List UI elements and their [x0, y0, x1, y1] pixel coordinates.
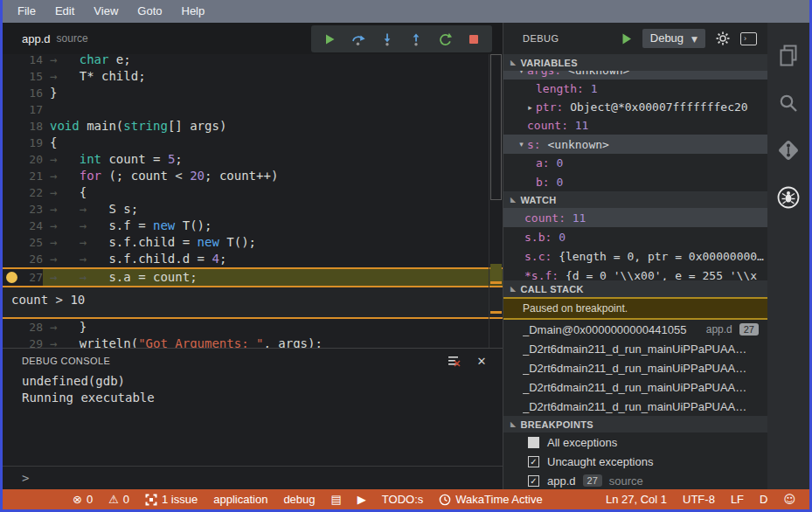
code-line-21[interactable]: 21→ for (; count < 20; count++): [3, 168, 503, 184]
variable-row-s[interactable]: ▾s: <unknown>: [503, 135, 767, 154]
close-console-button[interactable]: ✕: [473, 353, 490, 369]
breakpoint-margin[interactable]: [3, 68, 20, 85]
code-line-24[interactable]: 24→ → s.f = new T();: [3, 218, 503, 234]
breakpoint-margin[interactable]: [3, 201, 20, 218]
variable-row-count[interactable]: count: 11: [503, 116, 767, 135]
variable-row-ptr[interactable]: ▸ptr: Object@*0x00007fffffffec20: [503, 98, 767, 116]
breakpoint-margin[interactable]: [3, 319, 20, 336]
breakpoint-margin[interactable]: [3, 184, 20, 201]
start-debug-button[interactable]: [621, 33, 632, 45]
problems-errors[interactable]: ⊗ 0: [73, 493, 93, 506]
breakpoint-uncaught-exceptions[interactable]: ✓ Uncaught exceptions: [503, 452, 767, 471]
menu-help[interactable]: Help: [172, 0, 215, 23]
cursor-position[interactable]: Ln 27, Col 1: [606, 493, 667, 506]
wakatime-status[interactable]: WakaTime Active: [439, 493, 542, 506]
problems-warnings[interactable]: ⚠ 0: [108, 493, 129, 506]
code-editor[interactable]: 14→ char e;15→ T* child;16}1718void main…: [3, 54, 503, 348]
breakpoint-margin[interactable]: [3, 85, 20, 101]
breakpoint-all-exceptions[interactable]: All exceptions: [503, 432, 767, 452]
watch-row-sc[interactable]: s.c: {length = 0, ptr = 0x00000000…: [503, 246, 767, 266]
section-header-call-stack[interactable]: ◣ CALL STACK: [503, 280, 767, 297]
watch-row-sf[interactable]: *s.f: {d = 0 '\\x00', e = 255 '\\x: [503, 266, 767, 280]
tab-filename[interactable]: app.d: [22, 32, 51, 45]
continue-button[interactable]: [322, 31, 337, 47]
step-into-button[interactable]: [379, 31, 395, 47]
breakpoint-margin[interactable]: [3, 118, 20, 135]
code-line-28[interactable]: 28→ }: [3, 319, 503, 336]
breakpoint-margin[interactable]: [3, 218, 20, 234]
debug-button-active[interactable]: [776, 185, 801, 210]
menu-goto[interactable]: Goto: [128, 0, 171, 23]
code-line-26[interactable]: 26→ → s.f.child.d = 4;: [3, 251, 503, 267]
stack-frame[interactable]: _D2rt6dmain211_d_run_mainUiPPaPUAA…: [503, 358, 767, 377]
stack-frame[interactable]: _D2rt6dmain211_d_run_mainUiPPaPUAA…: [503, 339, 767, 358]
stack-frame[interactable]: _D2rt6dmain211_d_run_mainUiPPaPUAA…: [503, 377, 767, 397]
breakpoint-margin[interactable]: [3, 251, 20, 267]
menu-view[interactable]: View: [84, 0, 128, 23]
step-over-button[interactable]: [350, 31, 366, 47]
configure-button[interactable]: [716, 31, 730, 45]
section-header-watch[interactable]: ◣ WATCH: [503, 191, 767, 208]
stop-button[interactable]: [466, 31, 482, 47]
checkbox-checked[interactable]: ✓: [528, 475, 539, 487]
breakpoint-margin[interactable]: [3, 234, 20, 251]
source-control-button[interactable]: [776, 138, 801, 163]
stack-frame[interactable]: _D2rt6dmain211_d_run_mainUiPPaPUAA…: [503, 397, 767, 416]
clear-console-button[interactable]: [445, 353, 462, 369]
breakpoint-margin[interactable]: [3, 135, 20, 151]
variable-row-a[interactable]: a: 0: [503, 154, 767, 172]
breakpoint-margin[interactable]: [3, 151, 20, 168]
variable-row-b[interactable]: b: 0: [503, 172, 767, 191]
code-line-14[interactable]: 14→ char e;: [3, 54, 503, 68]
dub-build-type[interactable]: debug: [283, 493, 315, 506]
breakpoint-margin[interactable]: [3, 336, 20, 348]
language-indicator[interactable]: D: [760, 493, 767, 506]
code-line-27[interactable]: 27→ → s.a = count;: [3, 267, 503, 287]
todo-button[interactable]: TODO:s: [382, 493, 423, 506]
code-line-15[interactable]: 15→ T* child;: [3, 68, 503, 85]
breakpoint-margin[interactable]: [3, 54, 20, 68]
run-button[interactable]: ▶: [357, 493, 366, 506]
watch-row-count[interactable]: count: 11: [503, 208, 767, 227]
eol-indicator[interactable]: LF: [731, 493, 744, 506]
checkbox-unchecked[interactable]: [528, 437, 539, 448]
code-line-19[interactable]: 19{: [3, 135, 503, 151]
code-line-16[interactable]: 16}: [3, 85, 503, 101]
dub-issues[interactable]: 1 issue: [145, 493, 198, 506]
section-header-breakpoints[interactable]: ◣ BREAKPOINTS: [503, 416, 767, 432]
step-out-button[interactable]: [408, 31, 424, 47]
variable-row-args[interactable]: ▾args: <unknown>: [503, 71, 767, 80]
breakpoint-appd[interactable]: ✓ app.d 27 source: [503, 471, 767, 489]
section-header-variables[interactable]: ◣ VARIABLES: [503, 54, 767, 71]
editor-scrollbar[interactable]: [489, 54, 503, 348]
code-line-18[interactable]: 18void main(string[] args): [3, 118, 503, 135]
open-console-icon[interactable]: ›: [740, 32, 757, 45]
breakpoint-margin[interactable]: [3, 101, 20, 118]
variable-row-length[interactable]: length: 1: [503, 80, 767, 98]
menu-file[interactable]: File: [8, 0, 45, 23]
breakpoint-icon[interactable]: [6, 272, 17, 283]
debug-console-repl-input[interactable]: >: [3, 466, 503, 489]
stack-frame-dmain[interactable]: _Dmain@0x0000000000441055 app.d 27: [503, 320, 767, 339]
log-button[interactable]: ▤: [331, 493, 342, 506]
breakpoint-indicator[interactable]: [3, 269, 20, 286]
code-line-17[interactable]: 17: [3, 101, 503, 118]
code-line-23[interactable]: 23→ → S s;: [3, 201, 503, 218]
code-line-29[interactable]: 29→ writeln("Got Arguments: ", args);: [3, 336, 503, 348]
watch-row-sb[interactable]: s.b: 0: [503, 227, 767, 246]
files-button[interactable]: [776, 44, 801, 68]
checkbox-checked[interactable]: ✓: [528, 456, 539, 467]
scrollbar-slider[interactable]: [490, 54, 502, 200]
feedback-smiley[interactable]: ☺: [783, 493, 795, 506]
dub-configuration[interactable]: application: [213, 493, 267, 506]
restart-button[interactable]: [437, 31, 453, 47]
code-line-20[interactable]: 20→ int count = 5;: [3, 151, 503, 168]
code-line-25[interactable]: 25→ → s.f.child = new T();: [3, 234, 503, 251]
encoding-indicator[interactable]: UTF-8: [683, 493, 715, 506]
menu-edit[interactable]: Edit: [45, 0, 84, 23]
code-line-22[interactable]: 22→ {: [3, 184, 503, 201]
breakpoint-margin[interactable]: [3, 168, 20, 184]
launch-config-dropdown[interactable]: Debug▼: [642, 29, 705, 48]
search-button[interactable]: [776, 91, 801, 115]
breakpoint-condition-input[interactable]: count > 10: [3, 287, 503, 319]
